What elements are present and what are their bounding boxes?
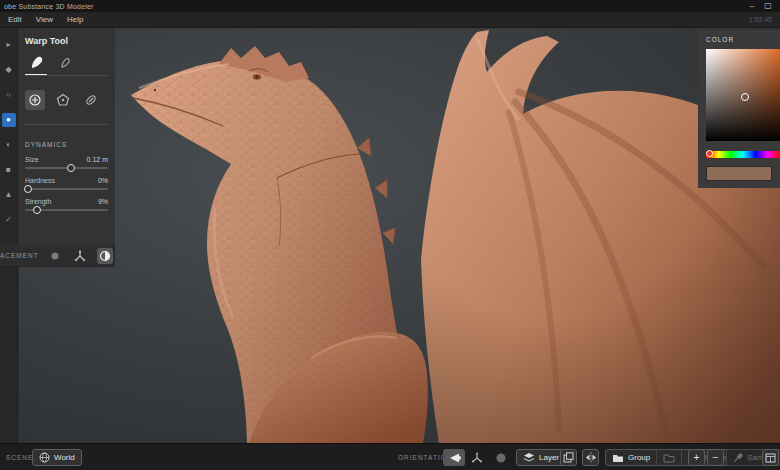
group-button[interactable]: Group — [606, 450, 656, 465]
placement-gizmo-icon[interactable] — [72, 248, 88, 264]
left-toolbar: ▸ ◆ ○ ● ◐ ■ ▲ ✓ ▣ — [0, 28, 18, 443]
duplicate-icon — [563, 452, 574, 463]
saturation-value-picker[interactable] — [706, 49, 780, 141]
scene-label: SCENE — [6, 454, 33, 461]
hardness-track[interactable] — [25, 188, 108, 190]
strength-track[interactable] — [25, 209, 108, 211]
hardness-value: 0% — [98, 177, 108, 184]
color-panel: COLOR — [698, 30, 780, 188]
layer-button[interactable]: Layer — [516, 449, 566, 466]
strength-slider: Strength 9% — [25, 198, 108, 211]
sphere-icon — [495, 452, 507, 464]
hue-slider-handle[interactable] — [706, 150, 713, 157]
strength-value: 9% — [98, 198, 108, 205]
strength-label: Strength — [25, 198, 51, 205]
smooth-tool-icon[interactable]: ◐ — [2, 138, 16, 152]
eyedropper-icon — [733, 453, 743, 463]
brush-icon-active[interactable] — [29, 55, 45, 71]
size-value: 0.12 m — [87, 156, 108, 163]
session-timestamp: 1:53:45 — [749, 16, 772, 23]
size-slider: Size 0.12 m — [25, 156, 108, 169]
mirror-button[interactable] — [582, 449, 599, 466]
3d-viewport[interactable] — [19, 28, 780, 443]
warp-lattice-mode-button[interactable] — [53, 90, 73, 110]
duplicate-button[interactable] — [560, 449, 577, 466]
size-knob[interactable] — [67, 164, 75, 172]
hardness-knob[interactable] — [24, 185, 32, 193]
warp-tool-icon[interactable]: ● — [2, 113, 16, 127]
menu-help[interactable]: Help — [67, 15, 83, 24]
axis-gizmo-icon — [471, 452, 483, 464]
menu-edit[interactable]: Edit — [8, 15, 22, 24]
subtract-button[interactable]: − — [707, 449, 724, 466]
size-label: Size — [25, 156, 39, 163]
warp-mode-row — [25, 90, 108, 110]
folder-icon — [612, 453, 624, 463]
orientation-sphere-button[interactable] — [492, 449, 509, 466]
inflate-tool-icon[interactable]: ▲ — [2, 188, 16, 202]
maximize-icon[interactable]: ▢ — [760, 1, 776, 11]
tool-title: Warp Tool — [25, 36, 108, 46]
dragon-model — [19, 28, 780, 443]
placement-point-icon[interactable] — [47, 248, 63, 264]
mirror-icon — [585, 452, 597, 463]
globe-icon — [39, 452, 50, 463]
brush-selector — [29, 54, 108, 72]
dynamics-section-label: DYNAMICS — [25, 141, 108, 148]
strength-knob[interactable] — [33, 206, 41, 214]
menu-bar: Edit View Help 1:53:45 — [0, 12, 780, 28]
view-cone-icon — [447, 452, 461, 464]
sphere-tool-icon[interactable]: ○ — [2, 88, 16, 102]
minimize-icon[interactable]: – — [744, 1, 760, 11]
hue-slider[interactable] — [706, 151, 780, 158]
package-box-icon — [765, 452, 776, 463]
hardness-slider: Hardness 0% — [25, 177, 108, 190]
sv-picker-handle[interactable] — [741, 93, 749, 101]
world-button-label: World — [54, 453, 75, 462]
gem-tool-icon[interactable]: ◆ — [2, 63, 16, 77]
hardness-label: Hardness — [25, 177, 55, 184]
warp-move-mode-button[interactable] — [25, 90, 45, 110]
title-bar: obe Substance 3D Modeler – ▢ — [0, 0, 780, 12]
group-button-label: Group — [628, 453, 650, 462]
flatten-tool-icon[interactable]: ■ — [2, 163, 16, 177]
orientation-view-button[interactable] — [443, 449, 465, 466]
ungroup-icon — [663, 453, 675, 463]
app-window: obe Substance 3D Modeler – ▢ Edit View H… — [0, 0, 780, 470]
validate-tool-icon[interactable]: ✓ — [2, 213, 16, 227]
orientation-axis-button[interactable] — [468, 449, 485, 466]
layer-button-label: Layer — [539, 453, 559, 462]
add-button[interactable]: + — [688, 449, 705, 466]
bottom-toolbar: SCENE World ORIENTATION Layer — [0, 443, 780, 470]
window-title: obe Substance 3D Modeler — [4, 3, 744, 10]
warp-link-mode-button[interactable] — [81, 90, 101, 110]
tool-options-panel: Warp Tool DYNAMICS — [18, 28, 115, 245]
placement-surface-icon[interactable] — [97, 248, 113, 264]
select-tool-icon[interactable]: ▸ — [2, 38, 16, 52]
color-panel-label: COLOR — [706, 36, 780, 43]
layers-icon — [523, 452, 535, 463]
menu-view[interactable]: View — [36, 15, 53, 24]
current-color-swatch — [706, 166, 772, 181]
brush-icon-secondary[interactable] — [59, 56, 73, 70]
placement-bar: PLACEMENT — [0, 245, 115, 267]
placement-label: PLACEMENT — [0, 252, 39, 259]
size-track[interactable] — [25, 167, 108, 169]
ungroup-button[interactable] — [657, 450, 681, 465]
package-button[interactable] — [762, 449, 779, 466]
world-button[interactable]: World — [32, 449, 82, 466]
brush-active-indicator — [25, 72, 108, 78]
